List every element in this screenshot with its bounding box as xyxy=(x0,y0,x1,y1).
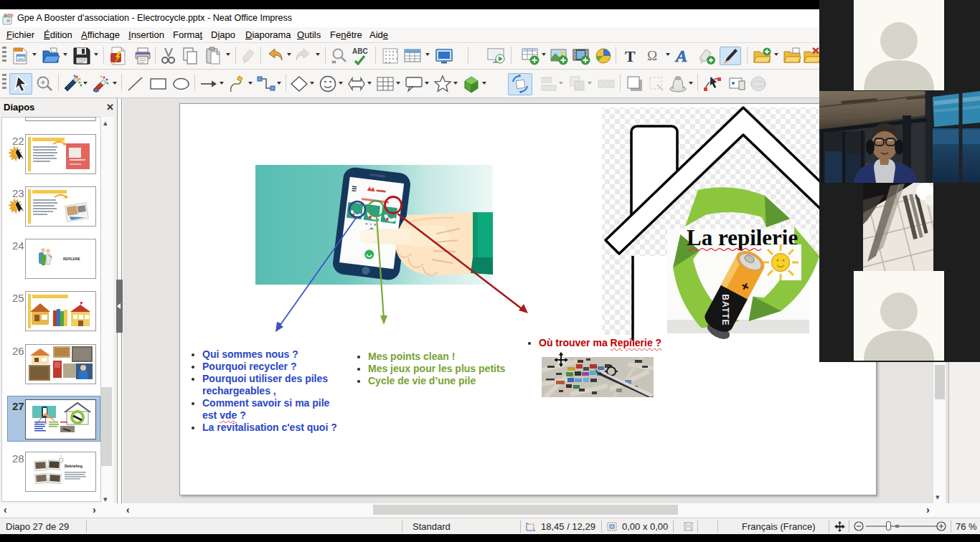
svg-text:ABC: ABC xyxy=(352,47,368,55)
svg-text:Débriefing: Débriefing xyxy=(65,464,83,468)
svg-text:REPILERIE: REPILERIE xyxy=(63,257,80,261)
svg-text:T: T xyxy=(625,47,636,65)
svg-text:Ω: Ω xyxy=(647,48,657,63)
svg-text:A: A xyxy=(674,47,687,65)
